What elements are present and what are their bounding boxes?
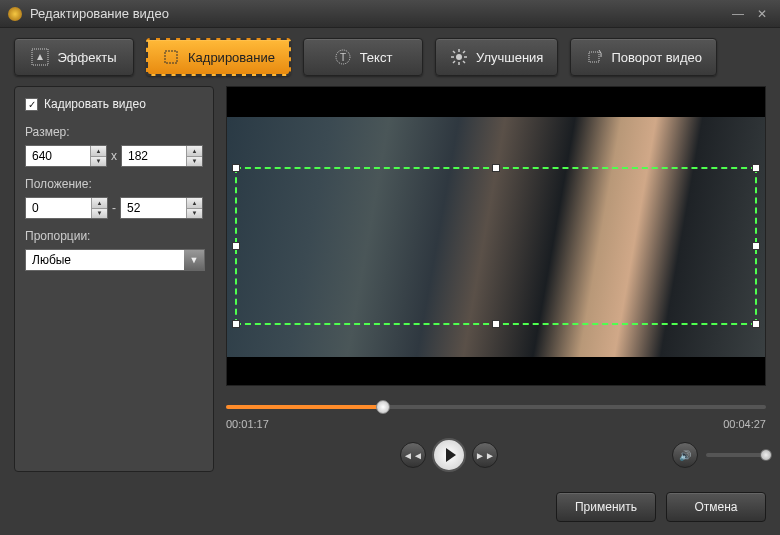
width-value: 640 — [26, 146, 90, 166]
spin-down-icon[interactable]: ▼ — [187, 209, 202, 219]
dialog-footer: Применить Отмена — [0, 482, 780, 535]
position-label: Положение: — [25, 177, 203, 191]
preview-area: 00:01:17 00:04:27 ◄◄ ►► 🔊 — [226, 86, 766, 472]
size-label: Размер: — [25, 125, 203, 139]
svg-point-4 — [456, 54, 462, 60]
spin-down-icon[interactable]: ▼ — [187, 157, 202, 167]
spin-up-icon[interactable]: ▲ — [92, 198, 107, 209]
volume-thumb[interactable] — [760, 449, 772, 461]
spin-up-icon[interactable]: ▲ — [91, 146, 106, 157]
svg-line-11 — [453, 61, 455, 63]
size-separator: x — [111, 149, 117, 163]
pos-x-value: 0 — [26, 198, 91, 218]
height-value: 182 — [122, 146, 186, 166]
crop-handle-bl[interactable] — [232, 320, 240, 328]
tab-label: Улучшения — [476, 50, 543, 65]
width-input[interactable]: 640 ▲▼ — [25, 145, 107, 167]
crop-handle-bm[interactable] — [492, 320, 500, 328]
crop-handle-br[interactable] — [752, 320, 760, 328]
prev-button[interactable]: ◄◄ — [400, 442, 426, 468]
next-button[interactable]: ►► — [472, 442, 498, 468]
crop-handle-mr[interactable] — [752, 242, 760, 250]
text-icon: T — [334, 48, 352, 66]
timeline-progress — [226, 405, 383, 409]
tab-label: Текст — [360, 50, 393, 65]
pos-y-input[interactable]: 52 ▲▼ — [120, 197, 203, 219]
svg-line-10 — [463, 61, 465, 63]
enhance-icon — [450, 48, 468, 66]
pos-y-value: 52 — [121, 198, 186, 218]
svg-line-12 — [463, 51, 465, 53]
close-button[interactable]: ✕ — [752, 6, 772, 22]
crop-icon — [162, 48, 180, 66]
crop-handle-tm[interactable] — [492, 164, 500, 172]
timeline[interactable] — [226, 400, 766, 414]
svg-rect-13 — [589, 52, 599, 62]
apply-button[interactable]: Применить — [556, 492, 656, 522]
ratio-label: Пропорции: — [25, 229, 203, 243]
skip-forward-icon: ►► — [475, 450, 495, 461]
effects-icon — [31, 48, 49, 66]
svg-line-9 — [453, 51, 455, 53]
height-input[interactable]: 182 ▲▼ — [121, 145, 203, 167]
chevron-down-icon[interactable]: ▼ — [184, 250, 204, 270]
enable-crop-label: Кадировать видео — [44, 97, 146, 111]
spin-up-icon[interactable]: ▲ — [187, 146, 202, 157]
titlebar: Редактирование видео ― ✕ — [0, 0, 780, 28]
skip-back-icon: ◄◄ — [403, 450, 423, 461]
volume-slider[interactable] — [706, 453, 766, 457]
current-time: 00:01:17 — [226, 418, 269, 430]
pos-separator: - — [112, 201, 116, 215]
speaker-icon: 🔊 — [679, 450, 691, 461]
tab-label: Поворот видео — [611, 50, 702, 65]
svg-text:T: T — [340, 52, 346, 63]
svg-rect-1 — [165, 51, 177, 63]
tab-effects[interactable]: Эффекты — [14, 38, 134, 76]
cancel-button[interactable]: Отмена — [666, 492, 766, 522]
crop-handle-tr[interactable] — [752, 164, 760, 172]
tab-crop[interactable]: Кадрирование — [146, 38, 291, 76]
tab-label: Кадрирование — [188, 50, 275, 65]
crop-settings-panel: ✓ Кадировать видео Размер: 640 ▲▼ x 182 … — [14, 86, 214, 472]
tab-toolbar: Эффекты Кадрирование T Текст Улучшения П… — [0, 28, 780, 86]
pos-x-input[interactable]: 0 ▲▼ — [25, 197, 108, 219]
spin-down-icon[interactable]: ▼ — [91, 157, 106, 167]
tab-enhance[interactable]: Улучшения — [435, 38, 558, 76]
play-button[interactable] — [432, 438, 466, 472]
ratio-select[interactable]: Любые ▼ — [25, 249, 205, 271]
crop-handle-ml[interactable] — [232, 242, 240, 250]
spin-down-icon[interactable]: ▼ — [92, 209, 107, 219]
play-icon — [446, 448, 456, 462]
window-title: Редактирование видео — [30, 6, 169, 21]
timeline-thumb[interactable] — [376, 400, 390, 414]
minimize-button[interactable]: ― — [728, 6, 748, 22]
enable-crop-checkbox[interactable]: ✓ — [25, 98, 38, 111]
app-icon — [8, 7, 22, 21]
total-time: 00:04:27 — [723, 418, 766, 430]
crop-handle-tl[interactable] — [232, 164, 240, 172]
crop-rectangle[interactable] — [235, 167, 757, 325]
volume-button[interactable]: 🔊 — [672, 442, 698, 468]
ratio-value: Любые — [26, 250, 184, 270]
spin-up-icon[interactable]: ▲ — [187, 198, 202, 209]
tab-rotate[interactable]: Поворот видео — [570, 38, 717, 76]
tab-label: Эффекты — [57, 50, 116, 65]
tab-text[interactable]: T Текст — [303, 38, 423, 76]
video-preview[interactable] — [226, 86, 766, 386]
rotate-icon — [585, 48, 603, 66]
